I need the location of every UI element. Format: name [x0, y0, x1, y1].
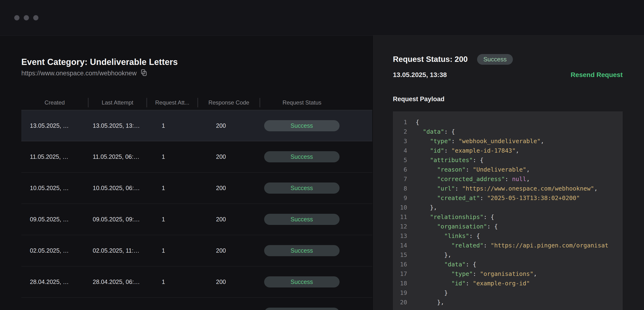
line-number: 11 — [396, 212, 407, 222]
status-badge: Success — [264, 214, 340, 225]
column-header: Request Att... — [146, 98, 198, 107]
column-header: Last Attempt — [88, 98, 146, 107]
code-line: 7 "corrected_address": null, — [396, 174, 623, 184]
line-number: 2 — [396, 127, 407, 136]
request-meta-row: 13.05.2025, 13:38 Resend Request — [393, 71, 623, 79]
line-number: 6 — [396, 165, 407, 174]
copy-icon — [140, 68, 148, 78]
cell-attempts: 1 — [146, 153, 198, 160]
code-line: 16 "data": { — [396, 260, 623, 269]
window-control-dot[interactable] — [14, 15, 20, 20]
table-row[interactable]: 28.04.2025, …28.04.2025, 06:…1200Success — [21, 266, 372, 298]
line-number: 17 — [396, 269, 407, 279]
cell-status: Success — [260, 183, 372, 194]
line-number: 12 — [396, 222, 407, 231]
column-header: Request Status — [260, 98, 372, 107]
table-row[interactable]: 09.05.2025, …09.05.2025, 09:…1200Success — [21, 204, 372, 235]
events-panel: Event Category: Undeliverable Letters ht… — [0, 35, 372, 310]
status-badge: Success — [264, 308, 340, 310]
line-number: 7 — [396, 174, 407, 184]
code-line: 19 } — [396, 288, 623, 298]
column-header: Created — [21, 98, 88, 107]
column-header: Response Code — [198, 98, 260, 107]
code-line: 18 "id": "example-org-id" — [396, 279, 623, 288]
cell-attempts: 1 — [146, 185, 198, 192]
table-row[interactable]: Success — [21, 298, 372, 310]
request-status-badge: Success — [477, 54, 513, 65]
line-number: 14 — [396, 241, 407, 250]
code-line: 13 "links": { — [396, 231, 623, 241]
code-line: 4 "id": "example-id-17843", — [396, 146, 623, 155]
cell-status: Success — [260, 308, 372, 310]
cell-created: 28.04.2025, … — [21, 279, 88, 285]
line-number: 10 — [396, 203, 407, 212]
cell-created: 10.05.2025, … — [21, 185, 88, 192]
request-timestamp: 13.05.2025, 13:38 — [393, 71, 447, 79]
code-line: 9 "created_at": "2025-05-13T13:38:02+020… — [396, 193, 623, 203]
cell-last_attempt: 09.05.2025, 09:… — [88, 216, 146, 223]
line-number: 20 — [396, 298, 407, 307]
cell-response_code: 200 — [198, 153, 260, 160]
page-title: Event Category: Undeliverable Letters — [21, 56, 372, 68]
cell-status: Success — [260, 120, 372, 131]
code-lines: 1{2 "data": {3 "type": "webhook_undelive… — [396, 118, 623, 307]
cell-status: Success — [260, 276, 372, 288]
code-line: 8 "url": "https://www.onespace.com/webho… — [396, 184, 623, 193]
table-row[interactable]: 11.05.2025, …11.05.2025, 06:…1200Success — [21, 141, 372, 173]
copy-url-button[interactable] — [140, 68, 148, 78]
code-line: 20 }, — [396, 298, 623, 307]
code-line: 14 "related": "https://api.pingen.com/or… — [396, 241, 623, 250]
table-body: 13.05.2025, …13.05.2025, 13:…1200Success… — [21, 110, 372, 310]
cell-status: Success — [260, 245, 372, 256]
status-badge: Success — [264, 276, 340, 288]
cell-response_code: 200 — [198, 216, 260, 223]
payload-code-block[interactable]: 1{2 "data": {3 "type": "webhook_undelive… — [393, 111, 623, 310]
line-number: 13 — [396, 231, 407, 241]
status-badge: Success — [264, 120, 340, 131]
code-line: 10 }, — [396, 203, 623, 212]
line-number: 4 — [396, 146, 407, 155]
cell-last_attempt: 11.05.2025, 06:… — [88, 153, 146, 160]
cell-created: 11.05.2025, … — [21, 153, 88, 160]
line-number: 9 — [396, 193, 407, 203]
line-number: 8 — [396, 184, 407, 193]
code-line: 1{ — [396, 118, 623, 127]
cell-last_attempt: 10.05.2025, 06:… — [88, 185, 146, 192]
line-number: 15 — [396, 250, 407, 260]
code-line: 6 "reason": "Undeliverable", — [396, 165, 623, 174]
request-status-row: Request Status: 200 Success — [393, 53, 623, 66]
main-content: Event Category: Undeliverable Letters ht… — [0, 35, 644, 310]
code-line: 2 "data": { — [396, 127, 623, 136]
line-number: 16 — [396, 260, 407, 269]
table-row[interactable]: 02.05.2025, …02.05.2025, 11:…1200Success — [21, 235, 372, 266]
line-number: 3 — [396, 136, 407, 146]
cell-created: 02.05.2025, … — [21, 247, 88, 254]
cell-last_attempt: 02.05.2025, 11:… — [88, 247, 146, 254]
cell-status: Success — [260, 151, 372, 162]
code-line: 11 "relationships": { — [396, 212, 623, 222]
status-badge: Success — [264, 183, 340, 194]
code-line: 17 "type": "organisations", — [396, 269, 623, 279]
table-row[interactable]: 13.05.2025, …13.05.2025, 13:…1200Success — [21, 110, 372, 141]
cell-response_code: 200 — [198, 247, 260, 254]
status-badge: Success — [264, 245, 340, 256]
line-number: 5 — [396, 155, 407, 165]
cell-created: 13.05.2025, … — [21, 122, 88, 129]
payload-label: Request Payload — [393, 95, 623, 103]
cell-response_code: 200 — [198, 122, 260, 129]
window-control-dot[interactable] — [24, 15, 29, 20]
cell-last_attempt: 28.04.2025, 06:… — [88, 279, 146, 285]
resend-request-button[interactable]: Resend Request — [571, 71, 623, 79]
request-detail-panel: Request Status: 200 Success 13.05.2025, … — [372, 35, 644, 310]
cell-response_code: 200 — [198, 279, 260, 285]
table-row[interactable]: 10.05.2025, …10.05.2025, 06:…1200Success — [21, 173, 372, 204]
table-header: CreatedLast AttemptRequest Att...Respons… — [21, 98, 372, 107]
cell-attempts: 1 — [146, 247, 198, 254]
cell-attempts: 1 — [146, 279, 198, 285]
window-control-dot[interactable] — [33, 15, 38, 20]
window-titlebar — [0, 0, 644, 35]
webhook-url: https://www.onespace.com/webhooknew — [21, 69, 136, 77]
code-line: 5 "attributes": { — [396, 155, 623, 165]
line-number: 18 — [396, 279, 407, 288]
requests-table: CreatedLast AttemptRequest Att...Respons… — [21, 98, 372, 310]
